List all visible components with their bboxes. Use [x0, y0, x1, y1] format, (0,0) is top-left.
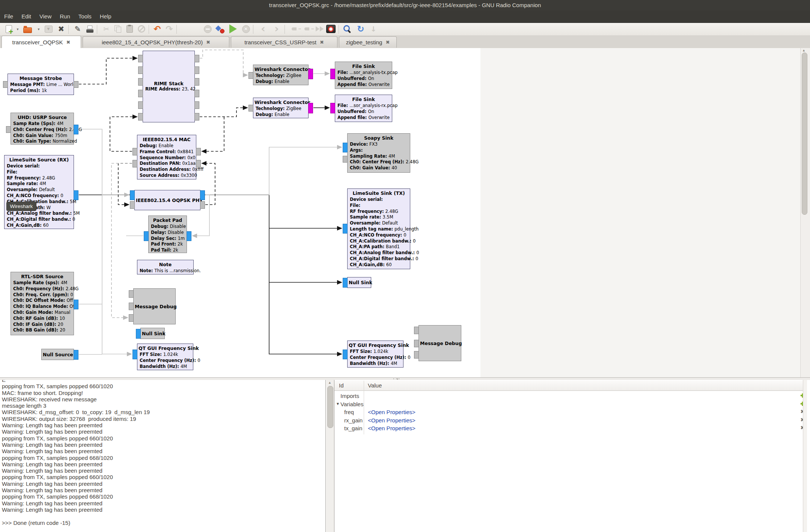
msg-port[interactable] — [74, 81, 78, 88]
msg-port[interactable] — [194, 78, 199, 86]
msg-port[interactable] — [194, 90, 199, 97]
open-properties-link[interactable]: <Open Properties> — [368, 409, 416, 415]
stream-port[interactable] — [343, 143, 348, 152]
search-icon[interactable] — [342, 24, 353, 34]
msg-port[interactable] — [343, 156, 348, 163]
msg-port[interactable] — [248, 72, 253, 79]
msg-port[interactable] — [414, 340, 419, 347]
splitter-handle-icon[interactable] — [393, 378, 402, 380]
flowgraph-properties-icon[interactable] — [215, 24, 226, 34]
flowgraph-canvas[interactable]: Wireshark ▲ Message StrobeMessage PMT: L… — [0, 48, 810, 377]
plug-left-icon[interactable] — [288, 24, 300, 34]
nav-back-icon[interactable]: ‹ — [257, 24, 269, 36]
byte-port[interactable] — [330, 103, 335, 113]
close-icon[interactable]: ✖ — [56, 24, 67, 34]
stream-port[interactable] — [343, 224, 348, 234]
minus-circle-icon[interactable] — [202, 24, 213, 34]
block-null-sink-left[interactable]: Null Sink — [140, 328, 165, 339]
menu-help[interactable]: Help — [96, 13, 116, 20]
redo-icon[interactable]: ↷ — [164, 24, 175, 34]
stream-port[interactable] — [343, 278, 348, 288]
stream-port[interactable] — [144, 231, 149, 241]
stream-port[interactable] — [130, 190, 135, 200]
menu-run[interactable]: Run — [56, 13, 74, 20]
menu-view[interactable]: View — [35, 13, 56, 20]
scroll-up-icon[interactable]: ▲ — [802, 48, 805, 52]
cut-icon[interactable]: ✂ — [101, 24, 112, 34]
msg-port[interactable] — [138, 101, 143, 109]
down-icon[interactable]: ↓ — [368, 24, 379, 34]
stream-port[interactable] — [200, 190, 205, 200]
stream-port[interactable] — [132, 350, 137, 359]
block-message-strobe[interactable]: Message StrobeMessage PMT: Lime ... Worl… — [8, 74, 74, 95]
stream-port[interactable] — [74, 190, 78, 200]
reload-icon[interactable]: ↻ — [355, 24, 366, 34]
msg-port[interactable] — [129, 290, 134, 298]
stream-port[interactable] — [136, 329, 141, 339]
block-null-source[interactable]: Null Source — [41, 349, 74, 360]
open-properties-link[interactable]: <Open Properties> — [368, 425, 416, 431]
open-folder-icon[interactable] — [22, 24, 33, 34]
msg-port[interactable] — [138, 66, 143, 74]
block-null-sink-right[interactable]: Null Sink — [347, 277, 371, 288]
msg-port[interactable] — [194, 113, 199, 121]
block-file-sink-tx[interactable]: File SinkFile: ...sor_analysis-tx.pcapUn… — [335, 62, 392, 89]
block-soapy-sink[interactable]: Soapy SinkDevice: FX3Args: Sampling Rate… — [347, 133, 410, 173]
block-ieee802154-oqpsk-phy[interactable]: IEEE802.15.4 OQPSK PHY — [134, 190, 200, 210]
msg-port[interactable] — [130, 201, 135, 209]
open-properties-link[interactable]: <Open Properties> — [368, 417, 416, 423]
msg-port[interactable] — [132, 148, 137, 155]
tab-transceiver_CSS_USRP-test[interactable]: transceiver_CSS_USRP-test✖ — [231, 36, 337, 48]
stop-icon[interactable] — [240, 24, 251, 34]
tab-close-icon[interactable]: ✖ — [206, 39, 210, 45]
kill-icon[interactable] — [325, 24, 336, 34]
copy-icon[interactable] — [113, 24, 124, 34]
variable-row-Imports[interactable]: Imports✚ — [334, 392, 807, 400]
block-qtgui-frequency-sink-right[interactable]: QT GUI Frequency SinkFFT Size: 1.024kCen… — [347, 341, 403, 368]
stream-port[interactable] — [74, 300, 78, 309]
stream-port[interactable] — [343, 350, 348, 359]
block-message-debug-left[interactable]: Message Debug — [133, 288, 176, 324]
canvas-vertical-scrollbar[interactable]: ▲ — [800, 48, 810, 377]
msg-port[interactable] — [3, 81, 8, 88]
block-ieee802154-mac[interactable]: IEEE802.15.4 MACDebug: EnableFrame Contr… — [137, 135, 196, 179]
tab-zigbee_testing[interactable]: zigbee_testing✖ — [339, 36, 397, 48]
block-qtgui-frequency-sink-left[interactable]: QT GUI Frequency SinkFFT Size: 1.024kCen… — [137, 344, 193, 370]
msg-port[interactable] — [414, 327, 419, 334]
byte-port[interactable] — [330, 69, 335, 79]
msg-port[interactable] — [138, 55, 143, 62]
variable-row-freq[interactable]: freq<Open Properties>✖ — [334, 408, 807, 416]
byte-port[interactable] — [308, 69, 313, 79]
save-icon[interactable] — [43, 24, 54, 34]
msg-port[interactable] — [138, 113, 143, 121]
stream-port[interactable] — [74, 350, 78, 360]
msg-port[interactable] — [6, 126, 11, 133]
msg-port[interactable] — [132, 160, 137, 167]
block-message-debug-right[interactable]: Message Debug — [419, 325, 461, 361]
scroll-up-icon[interactable]: ▲ — [328, 381, 331, 384]
msg-port[interactable] — [194, 55, 199, 62]
edit-icon[interactable]: ✎ — [72, 24, 83, 34]
variable-row-Variables[interactable]: ▼Variables✚ — [334, 400, 807, 408]
new-document-icon[interactable] — [3, 24, 14, 34]
msg-port[interactable] — [138, 78, 143, 86]
fast-forward-icon[interactable] — [314, 24, 325, 34]
paste-icon[interactable] — [124, 24, 135, 34]
variable-row-rx_gain[interactable]: rx_gain<Open Properties>✖ — [334, 416, 807, 425]
tab-transceiver_OQPSK[interactable]: transceiver_OQPSK✖ — [2, 36, 81, 48]
block-wireshark-connector-tx[interactable]: Wireshark ConnectorTechnology: ZigBeeDeb… — [253, 65, 309, 85]
menu-tools[interactable]: Tools — [74, 13, 96, 20]
msg-port[interactable] — [414, 351, 419, 359]
menu-edit[interactable]: Edit — [17, 13, 35, 20]
stream-port[interactable] — [74, 125, 78, 134]
dropdown-caret-icon[interactable]: ▾ — [15, 24, 20, 34]
tab-close-icon[interactable]: ✖ — [320, 39, 324, 45]
block-limesuite-source-rx[interactable]: LimeSuite Source (RX)Device serial: File… — [4, 155, 74, 229]
block-uhd-usrp-source[interactable]: UHD: USRP SourceSamp Rate (Sps): 4MCh0: … — [11, 113, 74, 145]
block-wireshark-connector-rx[interactable]: Wireshark ConnectorTechnology: ZigBeeDeb… — [253, 98, 309, 118]
variables-scrollbar[interactable] — [803, 380, 807, 532]
msg-port[interactable] — [196, 160, 201, 167]
msg-port[interactable] — [194, 101, 199, 109]
block-packet-pad[interactable]: Packet PadDebug: DisableDelay: DisableDe… — [148, 216, 187, 253]
msg-port[interactable] — [129, 314, 134, 322]
